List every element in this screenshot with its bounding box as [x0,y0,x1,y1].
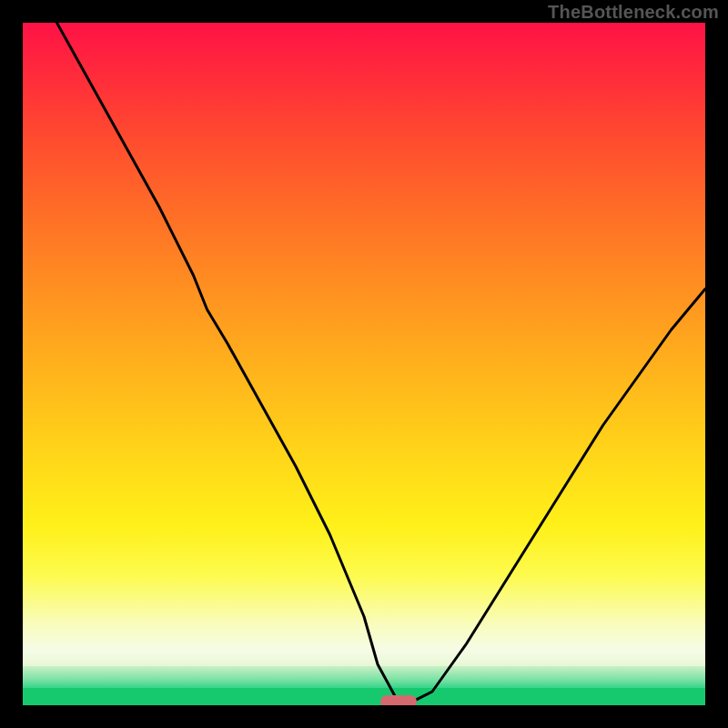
watermark-text: TheBottleneck.com [548,2,719,23]
minimum-marker [380,695,417,705]
bottleneck-curve [23,23,705,705]
curve-path [57,23,706,702]
plot-area [23,23,705,705]
chart-frame: TheBottleneck.com [0,0,728,728]
